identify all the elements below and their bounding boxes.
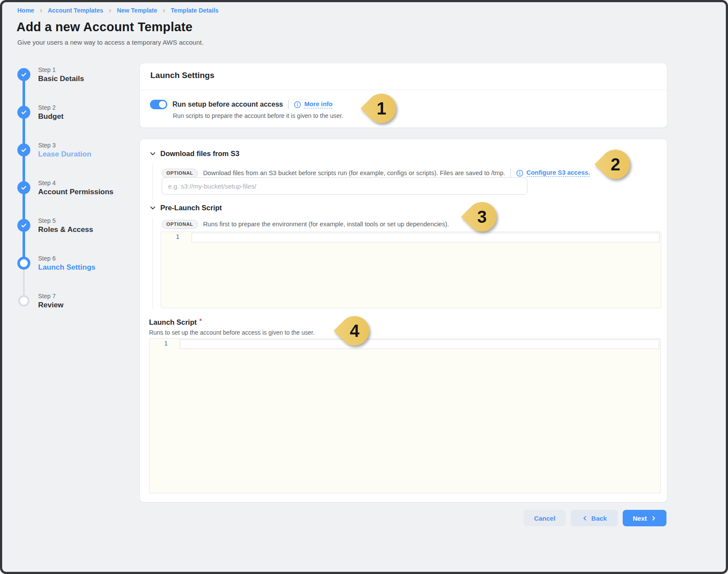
back-button[interactable]: Back: [571, 510, 618, 526]
optional-badge: OPTIONAL: [162, 220, 198, 229]
chevron-right-icon: ›: [109, 7, 111, 13]
toggle-description: Run scripts to prepare the account befor…: [173, 112, 343, 119]
chevron-right-icon: ›: [40, 7, 42, 13]
divider: [510, 169, 511, 177]
breadcrumb: Home › Account Templates › New Template …: [17, 7, 218, 14]
step-label: Step 5: [38, 217, 139, 224]
pre-launch-section-title: Pre-Launch Script: [160, 204, 222, 212]
chevron-down-icon[interactable]: [150, 150, 156, 157]
step-label: Step 7: [38, 293, 139, 300]
step-title: Review: [38, 301, 139, 310]
pre-launch-section-header[interactable]: Pre-Launch Script: [150, 204, 222, 212]
step-label: Step 3: [38, 142, 139, 149]
step-label: Step 4: [38, 179, 139, 186]
run-setup-toggle[interactable]: [150, 100, 167, 109]
step-title: Roles & Access: [38, 225, 139, 234]
check-icon: [17, 144, 30, 157]
stepper: Step 1Basic Details Step 2Budget Step 3L…: [17, 63, 139, 345]
callout-1: 1: [367, 94, 396, 123]
stepper-step-roles-access[interactable]: Step 5Roles & Access: [17, 216, 139, 244]
toggle-knob: [159, 101, 166, 108]
step-title: Budget: [38, 112, 139, 121]
next-button[interactable]: Next: [623, 510, 666, 526]
step-title: Lease Duration: [38, 150, 139, 159]
callout-2: 2: [601, 150, 630, 179]
page-title: Add a new Account Template: [16, 20, 192, 34]
step-label: Step 6: [38, 255, 139, 262]
card-title: Launch Settings: [150, 71, 214, 80]
breadcrumb-account-templates[interactable]: Account Templates: [48, 7, 103, 14]
s3-section-title: Download files from S3: [160, 150, 239, 158]
line-number: 1: [161, 232, 192, 240]
step-title: Launch Settings: [38, 263, 139, 272]
callout-4: 4: [340, 316, 369, 346]
stepper-step-budget[interactable]: Step 2Budget: [17, 103, 139, 130]
step-label: Step 2: [38, 104, 139, 111]
page: Home › Account Templates › New Template …: [0, 0, 728, 574]
page-subtitle: Give your users a new way to access a te…: [17, 39, 204, 46]
check-icon: [17, 181, 30, 194]
launch-script-description: Runs to set up the account before access…: [149, 329, 315, 336]
divider: [140, 90, 667, 90]
pre-launch-description: Runs first to prepare the environment (f…: [203, 221, 449, 228]
check-icon: [17, 106, 30, 119]
stepper-step-basic-details[interactable]: Step 1Basic Details: [17, 65, 139, 93]
breadcrumb-home[interactable]: Home: [17, 7, 34, 14]
section-guide-line: [153, 218, 153, 308]
launch-script-code-editor[interactable]: 1: [149, 338, 661, 493]
upcoming-step-dot: [18, 295, 29, 307]
line-number: 1: [150, 339, 180, 347]
required-asterisk: *: [199, 317, 202, 324]
footer-actions: Cancel Back Next: [523, 510, 666, 526]
editor-gutter: 1: [150, 339, 180, 493]
stepper-step-account-permissions[interactable]: Step 4Account Permissions: [17, 178, 139, 206]
launch-script-title: Launch Script: [149, 318, 197, 326]
stepper-step-lease-duration[interactable]: Step 3Lease Duration: [17, 140, 139, 168]
editor-gutter: 1: [161, 232, 192, 308]
launch-script-title-row: Launch Script *: [149, 318, 202, 326]
callout-shape: 1: [361, 88, 402, 129]
breadcrumb-new-template[interactable]: New Template: [117, 7, 157, 14]
chevron-right-icon: ›: [163, 7, 165, 13]
chevron-down-icon[interactable]: [150, 205, 156, 211]
divider: [288, 100, 289, 109]
optional-badge: OPTIONAL: [162, 169, 198, 178]
configure-s3-access-link[interactable]: Configure S3 access.: [526, 169, 590, 177]
scripts-card: Download files from S3 OPTIONAL Download…: [140, 139, 667, 502]
step-label: Step 1: [38, 66, 139, 73]
s3-section-description: Download files from an S3 bucket before …: [203, 170, 505, 176]
callout-3: 3: [467, 202, 497, 232]
check-icon: [17, 219, 30, 232]
callout-shape: 2: [595, 144, 636, 185]
cancel-button[interactable]: Cancel: [523, 510, 566, 526]
callout-shape: 4: [334, 310, 375, 352]
s3-section-header[interactable]: Download files from S3: [150, 150, 239, 158]
editor-active-line: [180, 339, 659, 349]
editor-active-line: [192, 233, 660, 242]
chevron-left-icon: [582, 515, 588, 521]
info-icon[interactable]: [516, 170, 523, 177]
stepper-step-review[interactable]: Step 7Review: [17, 291, 139, 319]
more-info-link[interactable]: More info: [304, 101, 332, 108]
callout-shape: 3: [461, 196, 503, 238]
section-guide-line: [153, 164, 153, 209]
breadcrumb-template-details[interactable]: Template Details: [171, 7, 218, 14]
chevron-right-icon: [651, 515, 656, 521]
s3-bucket-input[interactable]: [162, 177, 527, 195]
current-step-dot: [17, 257, 30, 270]
check-icon: [17, 68, 30, 81]
step-title: Basic Details: [38, 75, 139, 83]
step-title: Account Permissions: [38, 188, 139, 196]
stepper-step-launch-settings[interactable]: Step 6Launch Settings: [17, 254, 139, 281]
toggle-label: Run setup before account access: [172, 101, 283, 108]
launch-settings-card: Launch Settings Run setup before account…: [140, 63, 667, 128]
pre-launch-code-editor[interactable]: 1: [161, 232, 661, 308]
info-icon[interactable]: [294, 101, 301, 108]
